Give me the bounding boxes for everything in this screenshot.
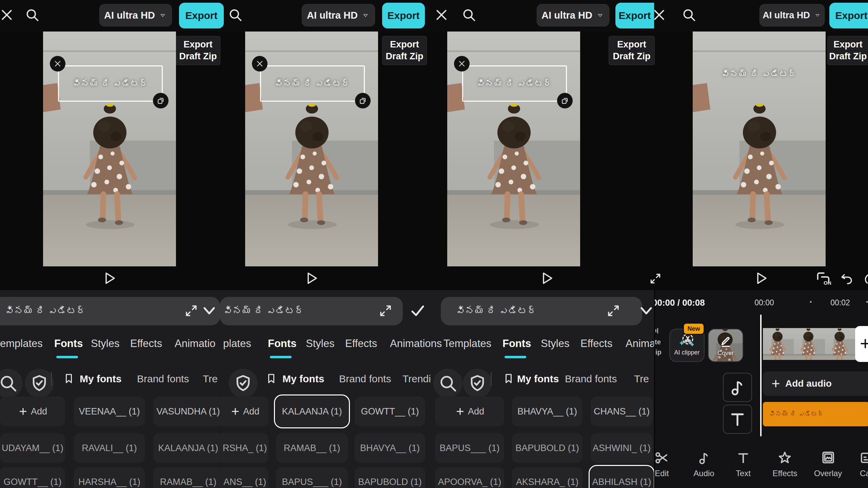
add-clip-button[interactable] [855, 326, 868, 362]
tab-idx4[interactable]: Animatio [175, 338, 216, 350]
font-item[interactable]: CHANS__ (1) [591, 396, 653, 426]
quality-dropdown[interactable]: AI ultra HD [302, 4, 375, 26]
font-item[interactable]: BAPUS___ (1) [276, 467, 348, 488]
font-nav-brand-fonts[interactable]: Brand fonts [565, 373, 617, 385]
font-item[interactable]: GOWTT__ (1) [0, 467, 65, 488]
search-icon[interactable] [682, 7, 696, 22]
chevron-down-icon[interactable] [638, 303, 654, 319]
export-menu-item-draftzip[interactable]: Draft Zip [613, 50, 651, 62]
export-menu-item-export[interactable]: Export [833, 39, 863, 50]
font-item[interactable]: BHAVYA__ (1) [512, 396, 583, 426]
text-overlay-box[interactable]: వినయ్ ది ఎడిటర్ [260, 65, 365, 102]
font-item[interactable]: AKSHARA_ (1) [512, 467, 583, 488]
export-menu[interactable]: Export Draft Zip [609, 36, 655, 65]
tab-idx3[interactable]: Effects [130, 338, 162, 350]
font-item[interactable]: HARSHA__ (1) [74, 467, 145, 488]
track-music-button[interactable] [723, 373, 752, 402]
font-item[interactable]: ASHWINI_ (1) [591, 433, 653, 463]
text-overlay-box[interactable]: వినయ్ ది ఎడిటర్ [58, 65, 163, 102]
export-button[interactable]: Export [615, 3, 654, 28]
tab-fonts[interactable]: Fonts [502, 338, 531, 350]
toolbar-item-overlay[interactable]: Overlay [814, 450, 842, 478]
close-icon[interactable] [434, 7, 449, 22]
bookmark-icon[interactable] [502, 372, 515, 385]
tab-idx2[interactable]: Styles [541, 338, 569, 350]
font-item[interactable]: RAMAB__ (1) [153, 467, 223, 488]
undo-icon[interactable] [840, 271, 854, 286]
font-nav-trending[interactable]: Tre [634, 373, 649, 385]
overlay-delete-button[interactable] [50, 56, 65, 72]
close-icon[interactable] [0, 7, 14, 22]
font-nav-trending[interactable]: Trendi [402, 373, 431, 385]
track-text-button[interactable] [723, 405, 752, 434]
quality-dropdown[interactable]: AI ultra HD [537, 4, 609, 26]
font-nav-brand-fonts[interactable]: Brand fonts [339, 373, 391, 385]
tab-idx2[interactable]: Styles [91, 338, 119, 350]
font-item[interactable]: KALAANJA (1) [276, 396, 348, 426]
export-button[interactable]: Export [179, 3, 224, 28]
overlay-delete-button[interactable] [252, 56, 268, 72]
overlay-resize-handle[interactable] [355, 93, 371, 108]
font-search-button[interactable] [433, 369, 462, 398]
font-item[interactable]: BAPUBOLD (1) [355, 467, 425, 488]
play-icon[interactable] [539, 270, 555, 286]
export-menu[interactable]: Export Draft Zip [382, 36, 427, 65]
export-menu[interactable]: Export Draft Zip [176, 36, 220, 65]
add-font-button[interactable]: Add [221, 396, 269, 426]
export-menu-item-export[interactable]: Export [183, 39, 213, 50]
overlay-resize-handle[interactable] [557, 93, 573, 108]
add-font-button[interactable]: Add [0, 396, 65, 426]
toolbar-item-audio[interactable]: Audio [693, 450, 714, 478]
compare-on-icon[interactable]: ON [815, 271, 831, 286]
play-icon[interactable] [101, 270, 118, 286]
add-audio-track[interactable]: Add audio [763, 371, 868, 396]
tab-idx3[interactable]: Effects [580, 338, 612, 350]
tab-idx0[interactable]: emplates [0, 338, 43, 350]
font-item[interactable]: RAVALI__ (1) [74, 433, 145, 463]
font-item[interactable]: KALAANJA (1) [153, 433, 223, 463]
export-menu[interactable]: Export Draft Zip [827, 36, 868, 65]
expand-icon[interactable] [378, 304, 393, 318]
quality-dropdown[interactable]: AI ultra HD [760, 4, 825, 26]
search-icon[interactable] [461, 7, 476, 22]
font-item[interactable]: GOWTT__ (1) [355, 396, 425, 426]
redo-icon[interactable] [862, 271, 868, 286]
tab-idx0[interactable]: plates [223, 338, 251, 350]
export-button[interactable]: Export [382, 3, 425, 28]
export-menu-item-export[interactable]: Export [617, 39, 646, 50]
font-item[interactable]: BAPUS___ (1) [435, 433, 504, 463]
bookmark-icon[interactable] [63, 372, 75, 385]
quality-dropdown[interactable]: AI ultra HD [99, 4, 172, 26]
tab-idx0[interactable]: Templates [443, 338, 491, 350]
bookmark-icon[interactable] [265, 372, 277, 385]
caption-input[interactable]: వినయ్ ది ఎడిటర్ [220, 297, 403, 325]
text-track-clip[interactable]: వినయ్ ది ఎడిటర్ [763, 402, 868, 426]
overlay-delete-button[interactable] [454, 56, 470, 72]
export-menu-item-draftzip[interactable]: Draft Zip [386, 50, 423, 62]
font-nav-brand-fonts[interactable]: Brand fonts [137, 373, 189, 385]
font-item[interactable]: VASUNDHA (1) [153, 396, 223, 426]
video-clip-track[interactable] [763, 328, 856, 360]
font-shield-button[interactable] [25, 369, 54, 398]
font-nav-my-fonts[interactable]: My fonts [517, 373, 559, 385]
tab-idx3[interactable]: Effects [345, 338, 377, 350]
timeline-playhead[interactable] [760, 314, 762, 436]
tab-idx2[interactable]: Styles [306, 338, 334, 350]
font-nav-my-fonts[interactable]: My fonts [80, 373, 121, 385]
font-item[interactable]: ANS__ (1) [221, 467, 269, 488]
search-icon[interactable] [25, 7, 40, 22]
export-menu-item-export[interactable]: Export [390, 39, 419, 50]
font-item[interactable]: VEENAA__ (1) [74, 396, 145, 426]
fullscreen-icon[interactable] [649, 272, 662, 285]
search-icon[interactable] [228, 7, 243, 22]
expand-icon[interactable] [606, 304, 620, 318]
play-icon[interactable] [753, 270, 769, 286]
font-item[interactable]: RAMAB__ (1) [276, 433, 348, 463]
toolbar-item-edit[interactable]: Edit [654, 450, 670, 478]
text-overlay-box[interactable]: వినయ్ ది ఎడిటర్ [462, 65, 567, 102]
expand-icon[interactable] [184, 304, 198, 318]
video-preview[interactable] [693, 32, 826, 266]
toolbar-item-text[interactable]: Text [735, 450, 751, 478]
close-icon[interactable] [652, 7, 667, 22]
font-item[interactable]: ABHILASH (1) [591, 467, 653, 488]
